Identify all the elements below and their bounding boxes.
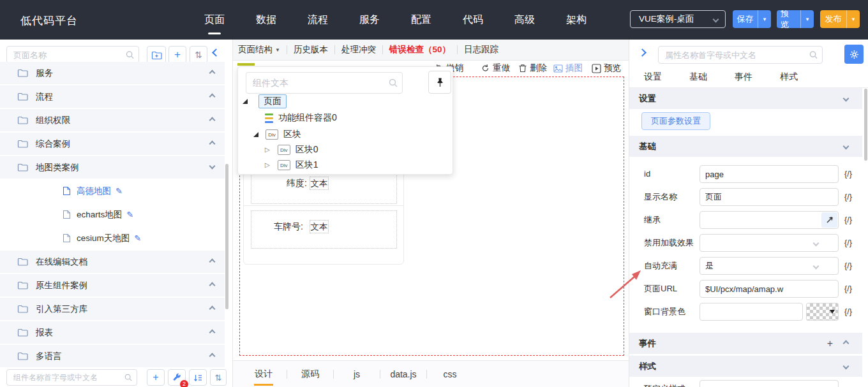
folder-item-maps[interactable]: 地图类案例 — [0, 156, 225, 179]
section-settings-header[interactable]: 设置 — [629, 88, 862, 109]
chevron-up-icon[interactable] — [209, 141, 216, 147]
folder-item-composite[interactable]: 综合案例 — [0, 133, 225, 155]
tree-node-block0[interactable]: ▷ Div 区块0 — [238, 142, 449, 157]
color-picker-swatch[interactable] — [806, 303, 839, 321]
tab-datajs[interactable]: data.js — [385, 369, 421, 379]
nav-tab-config[interactable]: 配置 — [410, 13, 433, 27]
page-item-cesium[interactable]: cesium天地图 ✎ — [0, 227, 225, 249]
folder-item-thirdparty[interactable]: 引入第三方库 — [0, 298, 225, 320]
chevron-down-icon[interactable] — [209, 163, 216, 170]
caret-collapsed-icon[interactable]: ▷ — [265, 147, 270, 153]
code-binding-button[interactable]: {/} — [844, 234, 852, 252]
folder-item-services[interactable]: 服务 — [0, 62, 225, 84]
tree-node-block[interactable]: Div 区块 — [238, 127, 449, 142]
predefined-style-input[interactable] — [700, 380, 839, 387]
page-params-button[interactable]: 页面参数设置 — [641, 112, 710, 130]
component-search-input[interactable] — [7, 370, 137, 385]
insert-image-button[interactable]: 插图 — [553, 62, 583, 74]
tab-basic[interactable]: 基础 — [689, 71, 707, 83]
add-component-button[interactable]: + — [147, 369, 165, 386]
chevron-up-icon[interactable] — [209, 259, 216, 265]
inherit-picker-button[interactable] — [821, 212, 837, 228]
error-check-menu[interactable]: 错误检查（50） — [389, 44, 451, 55]
folder-item-i18n[interactable]: 多语言 — [0, 345, 225, 367]
tab-source[interactable]: 源码 — [292, 369, 328, 380]
nav-tab-pages[interactable]: 页面 — [203, 13, 226, 27]
nav-tab-code[interactable]: 代码 — [461, 13, 484, 27]
chevron-up-icon[interactable] — [209, 117, 216, 124]
conflict-menu[interactable]: 处理冲突 — [341, 44, 376, 55]
delete-button[interactable]: 删除 — [518, 62, 547, 74]
tab-settings[interactable]: 设置 — [644, 71, 662, 83]
project-select[interactable]: VUE案例-桌面 — [630, 10, 726, 28]
folder-item-native[interactable]: 原生组件案例 — [0, 274, 225, 296]
chevron-down-icon[interactable] — [843, 96, 849, 102]
chevron-up-icon[interactable] — [209, 306, 216, 312]
canvas-row-plate[interactable]: 车牌号: 文本 — [251, 210, 397, 249]
chevron-up-icon[interactable] — [209, 353, 216, 360]
folder-item-report[interactable]: 报表 — [0, 321, 225, 344]
edit-page-icon[interactable]: ✎ — [116, 186, 123, 196]
code-binding-button[interactable]: {/} — [844, 257, 852, 275]
section-basic-header[interactable]: 基础 — [629, 136, 862, 157]
outline-search-input[interactable] — [246, 73, 402, 93]
chevron-up-icon[interactable] — [209, 330, 216, 336]
log-trace-menu[interactable]: 日志跟踪 — [464, 44, 498, 55]
preview-dropdown-arrow-icon[interactable]: ▾ — [801, 10, 814, 28]
code-binding-button[interactable]: {/} — [844, 165, 852, 183]
window-bg-input[interactable] — [700, 303, 803, 321]
sort-button[interactable]: ⇅ — [190, 46, 207, 64]
tab-design[interactable]: 设计 — [246, 369, 281, 380]
save-button[interactable]: 保存 ▾ — [733, 10, 771, 28]
component-sort-button[interactable]: ⇅ — [210, 369, 227, 386]
nav-tab-data[interactable]: 数据 — [255, 13, 278, 27]
caret-expanded-icon[interactable] — [253, 132, 258, 137]
canvas-preview-button[interactable]: 预览 — [592, 62, 621, 74]
display-name-input[interactable] — [700, 188, 839, 206]
component-tools-button[interactable]: 2 — [168, 369, 186, 386]
tree-node-label-selected[interactable]: 页面 — [258, 94, 287, 108]
code-binding-button[interactable]: {/} — [844, 280, 852, 298]
page-item-echarts[interactable]: echarts地图 ✎ — [0, 203, 225, 226]
collapse-sidebar-icon[interactable] — [212, 48, 220, 57]
code-binding-button[interactable]: {/} — [844, 188, 852, 206]
sidebar-scrollbar[interactable] — [225, 164, 228, 309]
tab-js[interactable]: js — [339, 369, 375, 379]
inspector-settings-button[interactable] — [844, 45, 864, 64]
id-input[interactable] — [700, 165, 839, 183]
tab-style[interactable]: 样式 — [780, 71, 798, 83]
caret-expanded-icon[interactable] — [243, 99, 248, 104]
page-search-input[interactable] — [7, 47, 138, 63]
preview-button[interactable]: 预览 ▾ — [777, 10, 814, 28]
history-version-menu[interactable]: 历史版本 — [294, 44, 328, 55]
component-list-button[interactable] — [189, 369, 207, 386]
chevron-up-icon[interactable] — [209, 94, 216, 100]
tab-events[interactable]: 事件 — [735, 71, 752, 83]
section-events-header[interactable]: 事件 + — [629, 333, 862, 354]
nav-tab-service[interactable]: 服务 — [358, 13, 381, 27]
expand-panel-icon[interactable] — [638, 48, 647, 57]
chevron-up-icon[interactable] — [209, 70, 216, 77]
property-search-input[interactable] — [659, 47, 822, 63]
folder-item-org[interactable]: 组织权限 — [0, 109, 225, 131]
save-dropdown-arrow-icon[interactable]: ▾ — [758, 10, 771, 28]
folder-item-online-doc[interactable]: 在线编辑文档 — [0, 251, 225, 273]
tab-css[interactable]: css — [432, 369, 468, 379]
folder-item-flow[interactable]: 流程 — [0, 85, 225, 108]
text-component[interactable]: 文本 — [310, 220, 329, 233]
publish-button[interactable]: 发布 ▾ — [820, 10, 860, 28]
chevron-up-icon[interactable] — [209, 282, 216, 289]
edit-page-icon[interactable]: ✎ — [126, 210, 133, 219]
nav-tab-advanced[interactable]: 高级 — [513, 13, 536, 27]
chevron-down-icon[interactable] — [843, 143, 849, 150]
caret-collapsed-icon[interactable]: ▷ — [265, 162, 270, 168]
add-page-button[interactable]: + — [168, 46, 186, 64]
inspector-scrollbar[interactable] — [864, 89, 867, 161]
tree-node-page[interactable]: 页面 — [238, 94, 449, 109]
add-event-button[interactable]: + — [827, 338, 833, 349]
code-binding-button[interactable]: {/} — [844, 303, 852, 321]
page-structure-menu[interactable]: 页面结构 ▼ — [238, 44, 280, 55]
inherit-input[interactable] — [700, 211, 839, 229]
pin-popup-button[interactable] — [428, 71, 451, 94]
redo-button[interactable]: 重做 — [481, 62, 510, 74]
